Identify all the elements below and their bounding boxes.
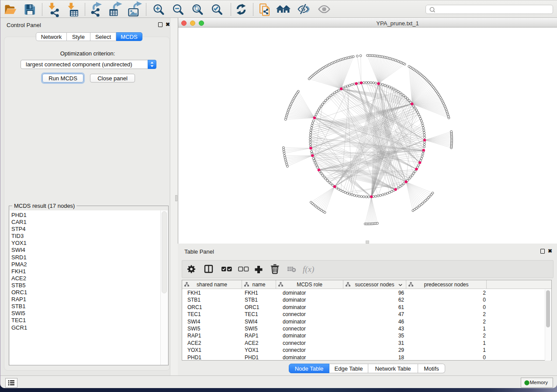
svg-text:f(x): f(x) (303, 265, 314, 274)
